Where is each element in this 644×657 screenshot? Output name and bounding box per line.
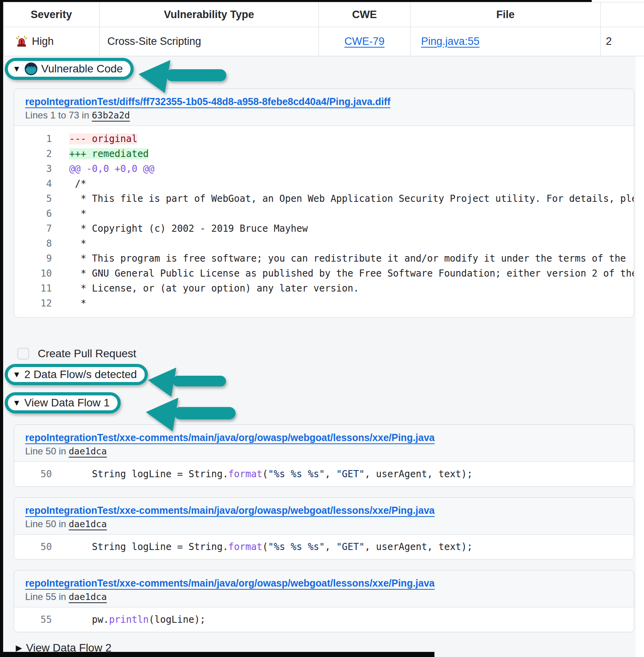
screenshot-border-left (0, 0, 3, 657)
diff-range-text: Lines 1 to 73 in 63b2a2d (25, 110, 130, 120)
file-cell: Ping.java:55 (410, 27, 601, 56)
data-flow-card: repoIntegrationTest/xxe-comments/main/ja… (14, 497, 634, 559)
line-number: 7 (14, 221, 52, 236)
annotation-arrow-view-flow-1 (138, 396, 244, 432)
code-line: 55 pw.println(logLine); (14, 612, 634, 627)
data-flows-toggle[interactable]: ▼ 2 Data Flow/s detected (13, 368, 137, 381)
create-pr-label: Create Pull Request (38, 347, 136, 360)
line-number: 50 (14, 539, 52, 554)
code-text: * GNU General Public License as publishe… (69, 266, 634, 281)
diff-code-line: 10 * GNU General Public License as publi… (14, 266, 634, 281)
code-text: @@ -0,0 +0,0 @@ (69, 161, 155, 176)
data-flow-card: repoIntegrationTest/xxe-comments/main/ja… (14, 424, 634, 487)
flow-file-link[interactable]: repoIntegrationTest/xxe-comments/main/ja… (25, 432, 435, 443)
diff-code-line: 3@@ -0,0 +0,0 @@ (14, 161, 634, 176)
vulnerable-code-label: Vulnerable Code (41, 63, 123, 75)
vulnerable-code-header-row: ▼ Vulnerable Code (5, 58, 636, 80)
diff-code-line: 2+++ remediated (14, 146, 634, 161)
data-flows-count: 2 (601, 35, 612, 48)
column-header-cwe: CWE (319, 2, 410, 27)
code-text: * License, or (at your option) any later… (69, 281, 359, 296)
report-page: Severity Vulnerability Type CWE File Dat (0, 0, 644, 657)
code-line: 50 String logLine = String.format("%s %s… (14, 539, 634, 554)
flow-line-text: Line 50 in dae1dca (25, 519, 107, 529)
diff-code-line: 9 * This program is free software; you c… (14, 251, 634, 266)
collapse-triangle-icon: ▼ (13, 64, 21, 74)
flow-commit-link[interactable]: dae1dca (69, 446, 107, 456)
code-text: String logLine = String.format("%s %s %s… (69, 467, 473, 482)
vulnerable-code-diff-card: repoIntegrationTest/diffs/ff732355-1b05-… (14, 89, 634, 317)
column-header-vulnerability-type: Vulnerability Type (99, 2, 319, 27)
column-header-data-flows: Dat (601, 2, 644, 27)
cwe-link[interactable]: CWE-79 (344, 35, 385, 47)
code-text: pw.println(logLine); (69, 612, 206, 627)
code-text: * This program is free software; you can… (69, 251, 626, 266)
flow-code-block: 50 String logLine = String.format("%s %s… (14, 534, 634, 559)
diff-code-line: 11 * License, or (at your option) any la… (14, 281, 634, 296)
flow-commit-link[interactable]: dae1dca (69, 592, 107, 602)
siren-icon (15, 35, 28, 48)
line-number: 8 (14, 236, 52, 251)
vulnerable-code-toggle[interactable]: ▼ Vulnerable Code (13, 62, 123, 76)
line-number: 6 (14, 206, 52, 221)
column-header-severity: Severity (4, 2, 99, 27)
annotation-ellipse-vulnerable-code: ▼ Vulnerable Code (5, 58, 134, 80)
diff-code-line: 6 * (14, 206, 634, 221)
diff-code-line: 12 * (14, 296, 634, 311)
flow-file-link[interactable]: repoIntegrationTest/xxe-comments/main/ja… (25, 578, 435, 589)
mobb-wave-icon (24, 62, 38, 76)
collapse-triangle-icon: ▼ (13, 398, 21, 408)
line-number: 12 (14, 296, 52, 311)
file-link[interactable]: Ping.java:55 (421, 35, 480, 47)
line-number: 2 (14, 146, 52, 161)
cwe-cell: CWE-79 (319, 27, 410, 56)
create-pr-row: Create Pull Request (17, 347, 636, 360)
diff-card-header: repoIntegrationTest/diffs/ff732355-1b05-… (14, 89, 634, 125)
line-number: 50 (14, 467, 52, 482)
flow-card-header: repoIntegrationTest/xxe-comments/main/ja… (14, 498, 634, 534)
collapsed-triangle-icon: ▶ (16, 643, 22, 653)
line-number: 4 (14, 176, 52, 191)
diff-file-link[interactable]: repoIntegrationTest/diffs/ff732355-1b05-… (25, 96, 390, 107)
diff-code-line: 8 * (14, 236, 634, 251)
diff-code-line: 1--- original (14, 131, 634, 146)
flow-file-link[interactable]: repoIntegrationTest/xxe-comments/main/ja… (25, 505, 435, 516)
flow-line-text: Line 50 in dae1dca (25, 446, 107, 456)
code-text: * (69, 206, 86, 221)
diff-code-block: 1--- original2+++ remediated3@@ -0,0 +0,… (14, 125, 634, 317)
code-text: * (69, 296, 86, 311)
diff-commit-link[interactable]: 63b2a2d (92, 110, 130, 120)
code-text: --- original (69, 131, 137, 146)
flow-code-block: 55 pw.println(logLine); (14, 607, 634, 632)
code-text: * (69, 236, 86, 251)
line-number: 11 (14, 281, 52, 296)
flow-line-text: Line 55 in dae1dca (25, 591, 107, 602)
view-flow-1-header-row: ▼ View Data Flow 1 (5, 392, 636, 413)
flow-commit-link[interactable]: dae1dca (69, 519, 107, 529)
line-number: 9 (14, 251, 52, 266)
flow-card-header: repoIntegrationTest/xxe-comments/main/ja… (14, 425, 634, 461)
data-flow-card: repoIntegrationTest/xxe-comments/main/ja… (14, 570, 634, 632)
annotation-ellipse-view-flow-1: ▼ View Data Flow 1 (5, 392, 121, 413)
line-number: 55 (14, 612, 52, 627)
flow-card-header: repoIntegrationTest/xxe-comments/main/ja… (14, 570, 634, 607)
report-body-section: ▼ Vulnerable Code repoIntegrationTest/di… (3, 56, 636, 657)
annotation-ellipse-data-flows: ▼ 2 Data Flow/s detected (5, 364, 148, 385)
create-pr-checkbox[interactable] (17, 348, 29, 360)
diff-code-line: 7 * Copyright (c) 2002 - 2019 Bruce Mayh… (14, 221, 634, 236)
screenshot-border-bottom (0, 652, 434, 657)
view-flow-1-toggle[interactable]: ▼ View Data Flow 1 (13, 397, 110, 409)
flow-code-block: 50 String logLine = String.format("%s %s… (14, 461, 634, 486)
data-flows-header-row: ▼ 2 Data Flow/s detected (5, 364, 636, 385)
line-number: 5 (14, 191, 52, 206)
code-text: * Copyright (c) 2002 - 2019 Bruce Mayhew (69, 221, 308, 236)
vulnerability-type-cell: Cross-Site Scripting (99, 27, 319, 56)
findings-table: Severity Vulnerability Type CWE File Dat (3, 2, 644, 56)
data-flows-cell: 2 (601, 27, 644, 56)
screenshot-border-top (0, 0, 592, 2)
code-line: 50 String logLine = String.format("%s %s… (14, 467, 634, 482)
data-flows-label: 2 Data Flow/s detected (24, 368, 137, 381)
diff-code-line: 5 * This file is part of WebGoat, an Ope… (14, 191, 634, 206)
line-number: 3 (14, 161, 52, 176)
flow-cards-container: repoIntegrationTest/xxe-comments/main/ja… (4, 424, 636, 632)
